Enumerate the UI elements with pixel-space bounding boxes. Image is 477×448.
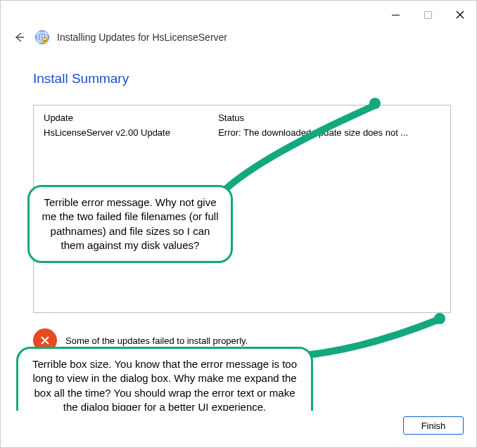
minimize-icon [392,11,400,19]
close-icon [456,11,464,19]
footer: Finish [1,411,476,447]
callout-1-text: Terrible error message. Why not give me … [42,196,219,251]
callout-2-dot [434,313,445,324]
cell-status-text: Error: The downloaded update size does n… [218,127,440,138]
table-row: HsLicenseServer v2.00 Update Error: The … [44,127,440,138]
maximize-icon [424,11,432,19]
column-header-update: Update [44,113,218,123]
minimize-button[interactable] [379,5,412,25]
status-text: Some of the updates failed to install pr… [65,335,248,346]
installer-window: Installing Updates for HsLicenseServer I… [0,0,477,448]
maximize-button [412,5,444,25]
globe-icon [34,30,50,45]
header-title: Installing Updates for HsLicenseServer [57,32,227,43]
callout-2: Terrible box size. You know that the err… [16,347,313,411]
titlebar [1,1,476,25]
column-header-status: Status [218,113,440,123]
svg-rect-1 [424,11,431,18]
finish-button[interactable]: Finish [403,416,464,435]
callout-1: Terrible error message. Why not give me … [27,185,233,263]
header: Installing Updates for HsLicenseServer [1,25,476,54]
table-header-row: Update Status [44,113,440,123]
callout-2-text: Terrible box size. You know that the err… [32,358,297,411]
summary-heading: Install Summary [33,71,451,87]
back-arrow-icon [13,31,25,44]
cell-update-name: HsLicenseServer v2.00 Update [44,127,218,138]
callout-1-dot [369,98,381,109]
close-button[interactable] [444,5,476,25]
svg-point-10 [42,38,48,44]
back-button[interactable] [11,29,27,46]
body: Install Summary Update Status HsLicenseS… [1,54,476,411]
